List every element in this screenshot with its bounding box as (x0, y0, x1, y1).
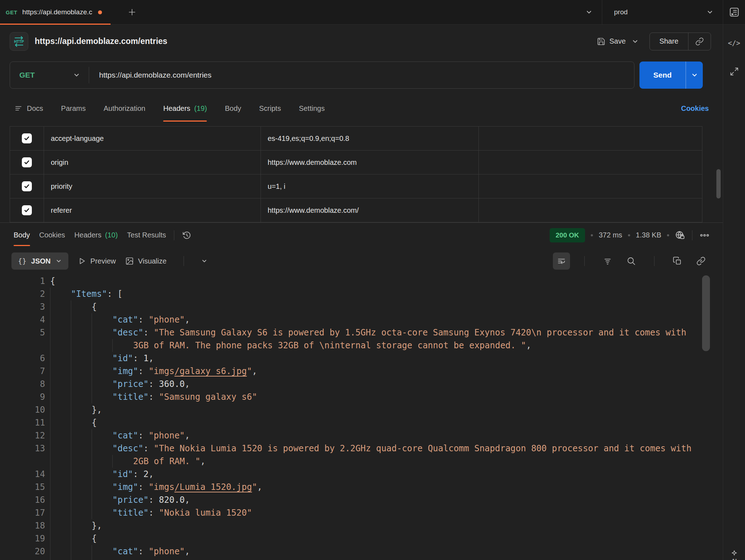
save-button[interactable]: Save (597, 37, 626, 46)
save-icon (597, 37, 605, 46)
status-badge[interactable]: 200 OK (550, 228, 585, 242)
indent-guide (92, 468, 112, 481)
new-tab-button[interactable] (124, 4, 140, 20)
braces-icon: {} (18, 257, 26, 265)
code-snippet-button[interactable]: </> (728, 39, 740, 47)
header-value[interactable]: https://www.demoblaze.com (260, 151, 478, 174)
tab-docs[interactable]: Docs (14, 92, 43, 125)
tab-settings[interactable]: Settings (299, 92, 325, 125)
environment-select[interactable]: prod (602, 0, 723, 24)
copy-icon (673, 256, 682, 266)
header-checkbox-cell (10, 127, 44, 150)
code-token: 2 (143, 468, 148, 481)
header-description[interactable] (478, 151, 702, 174)
indent-guide (71, 339, 92, 352)
tab-params[interactable]: Params (61, 92, 86, 125)
header-value[interactable]: https://www.demoblaze.com/ (260, 198, 478, 222)
response-tab-body[interactable]: Body (14, 223, 30, 247)
response-body-viewer[interactable]: 1{2"Items": [3{4"cat": "phone",5"desc": … (0, 275, 723, 560)
code-token: : (133, 352, 143, 365)
header-value[interactable]: u=1, i (260, 175, 478, 198)
network-info-button[interactable] (675, 230, 685, 240)
header-key[interactable]: priority (44, 175, 260, 198)
share-button[interactable]: Share (650, 37, 688, 45)
method-select[interactable]: GET (10, 71, 89, 79)
code-token: { (92, 300, 97, 313)
headers-table-scrollbar[interactable] (716, 169, 721, 198)
indent-guide (71, 365, 92, 378)
header-checkbox[interactable] (22, 205, 32, 215)
resize-pane-button[interactable] (730, 67, 739, 76)
code-token: }, (92, 403, 102, 416)
tab-headers[interactable]: Headers(19) (163, 92, 207, 125)
indent-guide (92, 558, 112, 560)
tab-list-button[interactable] (576, 0, 602, 24)
save-options-button[interactable] (632, 38, 639, 45)
send-options-button[interactable] (686, 62, 703, 89)
cookies-link[interactable]: Cookies (681, 104, 709, 113)
code-token: "desc" (112, 558, 143, 560)
header-description[interactable] (478, 198, 702, 222)
response-tab-cookies[interactable]: Cookies (39, 223, 65, 247)
response-size[interactable]: 1.38 KB (636, 231, 661, 239)
response-time[interactable]: 372 ms (599, 231, 622, 239)
copy-link-button[interactable] (688, 33, 711, 50)
header-key[interactable]: origin (44, 151, 260, 174)
more-formats-button[interactable] (201, 258, 208, 264)
image-icon (125, 257, 134, 265)
link-button[interactable] (692, 252, 710, 270)
code-token: "The Samsung Galaxy S6 is powered by 1.5… (154, 326, 686, 339)
header-checkbox[interactable] (22, 157, 32, 167)
code-token: "cat" (112, 545, 138, 558)
visualize-button[interactable]: Visualize (125, 257, 167, 265)
filter-button[interactable] (599, 252, 616, 270)
chevron-down-icon (706, 9, 714, 16)
ai-assistant-button[interactable]: AI (730, 550, 738, 560)
wrap-text-button[interactable] (553, 252, 570, 270)
request-title-row: HTTP https://api.demoblaze.com/entries S… (0, 25, 723, 58)
header-row: originhttps://www.demoblaze.com (10, 151, 702, 175)
code-token: "Samsung galaxy s6" (159, 390, 257, 403)
tab-authorization[interactable]: Authorization (103, 92, 145, 125)
header-checkbox-cell (10, 151, 44, 174)
request-tab[interactable]: GET https://api.demoblaze.c (0, 0, 111, 24)
header-checkbox[interactable] (22, 181, 32, 191)
response-tab-headers[interactable]: Headers(10) (74, 223, 118, 247)
format-select[interactable]: {} JSON (11, 252, 68, 270)
send-button[interactable]: Send (639, 62, 686, 89)
url-input[interactable]: https://api.demoblaze.com/entries (89, 71, 211, 79)
response-tab-test-results[interactable]: Test Results (127, 223, 166, 247)
code-token: { (92, 532, 97, 545)
svg-text:HTTP: HTTP (14, 39, 24, 43)
response-options-button[interactable] (700, 230, 710, 240)
tab-count: (19) (194, 104, 207, 113)
indent-guide (50, 455, 71, 468)
response-tabs: BodyCookiesHeaders(10)Test Results (14, 223, 166, 247)
code-token: : (143, 326, 154, 339)
code-line: 18}, (0, 519, 723, 532)
header-key[interactable]: accept-language (44, 127, 260, 150)
tab-body[interactable]: Body (225, 92, 241, 125)
header-description[interactable] (478, 175, 702, 198)
indent-guide (50, 300, 71, 313)
code-token: "phone" (148, 545, 185, 558)
code-scrollbar[interactable] (702, 275, 710, 351)
play-icon (78, 257, 86, 265)
header-description[interactable] (478, 127, 702, 150)
indent-guide (71, 390, 92, 403)
copy-button[interactable] (669, 252, 686, 270)
code-token: : (138, 545, 148, 558)
header-key[interactable]: referer (44, 198, 260, 222)
tab-scripts[interactable]: Scripts (259, 92, 281, 125)
environment-quick-look-button[interactable] (723, 0, 745, 24)
header-value[interactable]: es-419,es;q=0.9,en;q=0.8 (260, 127, 478, 150)
indent-guide (92, 378, 112, 390)
check-icon (24, 135, 30, 142)
line-number: 10 (0, 403, 50, 416)
header-checkbox[interactable] (22, 133, 32, 143)
code-line: 20"cat": "phone", (0, 545, 723, 558)
search-button[interactable] (623, 252, 640, 270)
code-token: 820.0 (159, 493, 185, 506)
response-history-button[interactable] (182, 231, 191, 240)
preview-button[interactable]: Preview (78, 257, 116, 265)
